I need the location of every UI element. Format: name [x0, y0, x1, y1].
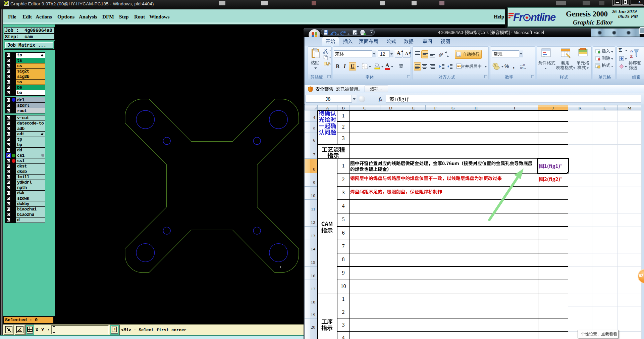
svg-text:α: α [19, 329, 21, 332]
svg-text:!: ! [114, 328, 116, 333]
svg-text:ab: ab [438, 51, 444, 58]
svg-text:Z: Z [630, 54, 633, 59]
svg-text:A: A [630, 48, 633, 53]
svg-text:a: a [458, 65, 459, 68]
